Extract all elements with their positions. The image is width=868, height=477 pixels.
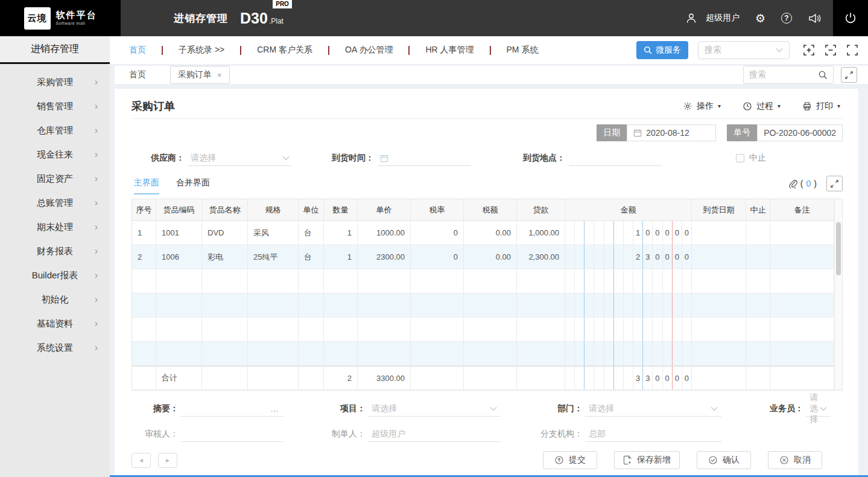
column-header[interactable]: 序号: [132, 199, 156, 221]
cancel-button[interactable]: 取消: [768, 451, 822, 469]
expand-table-icon[interactable]: [826, 176, 843, 191]
branch-label: 分支机构：: [536, 429, 583, 440]
sidebar-item[interactable]: 销售管理›: [0, 94, 110, 118]
nav-separator: [328, 46, 329, 55]
column-header[interactable]: 货品编码: [156, 199, 202, 221]
current-username[interactable]: 超级用户: [706, 13, 740, 24]
column-header[interactable]: 中止: [746, 199, 770, 221]
supplier-select[interactable]: 请选择: [188, 150, 292, 166]
number-label-badge: 单号: [727, 124, 757, 141]
sidebar-item[interactable]: 仓库管理›: [0, 118, 110, 142]
save-new-button[interactable]: 保存新增: [614, 451, 680, 469]
chevron-right-icon: ›: [95, 77, 98, 88]
confirm-button[interactable]: 确认: [697, 451, 751, 469]
title-section: 进销存管理 D30 .Plat PRO 超级用户 ⚙ ?: [121, 0, 833, 36]
nav-item[interactable]: PM 系统: [505, 45, 540, 56]
table-row[interactable]: 21006彩电25纯平台12300.0000.002,300.00230000: [132, 245, 834, 269]
print-dropdown[interactable]: 打印▾: [802, 101, 840, 112]
sidebar-item[interactable]: Builder报表›: [0, 263, 110, 287]
sidebar-item[interactable]: 初始化›: [0, 287, 110, 312]
main-area: 首页 采购订单 × 搜索: [110, 64, 868, 477]
search-icon: [644, 46, 652, 54]
sidebar-item[interactable]: 期末处理›: [0, 215, 110, 239]
file-plus-icon: [623, 455, 632, 465]
next-record-button[interactable]: ▸: [158, 453, 177, 468]
table-scrollbar[interactable]: [834, 199, 842, 390]
logo-subtitle: Software mall: [56, 21, 97, 27]
column-header[interactable]: 货品名称: [202, 199, 248, 221]
tab-main-interface[interactable]: 主界面: [134, 178, 159, 194]
column-header[interactable]: 税额: [464, 199, 517, 221]
nav-item[interactable]: 子系统录 >>: [177, 45, 226, 56]
product-suffix: .Plat: [269, 17, 284, 25]
process-dropdown[interactable]: 过程▾: [743, 101, 781, 112]
sidebar-item[interactable]: 采购管理›: [0, 70, 110, 94]
nav-item[interactable]: HR 人事管理: [424, 45, 475, 56]
expand-window-icon[interactable]: [841, 67, 857, 83]
microservice-button[interactable]: 微服务: [636, 41, 688, 59]
sidebar-item[interactable]: 现金往来›: [0, 142, 110, 167]
user-icon[interactable]: [685, 12, 697, 24]
sidebar-item[interactable]: 财务报表›: [0, 239, 110, 263]
sidebar-header[interactable]: 进销存管理: [0, 36, 110, 64]
sidebar-item[interactable]: 固定资产›: [0, 167, 110, 191]
page-search-input[interactable]: 搜索: [743, 66, 834, 84]
nav-item[interactable]: CRM 客户关系: [256, 45, 314, 56]
zoom-in-bracket-icon[interactable]: [803, 44, 815, 56]
close-icon[interactable]: ×: [217, 71, 222, 80]
logo-section: 云境 软件平台 Software mall: [0, 0, 121, 36]
announcement-speaker-icon[interactable]: [808, 12, 821, 24]
help-icon[interactable]: ?: [781, 13, 792, 24]
table-empty-row[interactable]: [132, 318, 834, 342]
module-search-select[interactable]: 搜索: [698, 41, 790, 59]
column-header[interactable]: 数量: [324, 199, 358, 221]
amount-digit-grid: 100000: [565, 221, 691, 245]
table-empty-row[interactable]: [132, 269, 834, 293]
nav-item[interactable]: OA 办公管理: [344, 45, 394, 56]
arrival-place-field[interactable]: [569, 150, 662, 166]
scrollbar-thumb[interactable]: [836, 222, 841, 275]
department-select[interactable]: 请选择: [585, 401, 721, 417]
summary-field[interactable]: …: [181, 401, 284, 417]
table-header-row: 序号货品编码货品名称规格单位数量单价税率税额贷款金额到货日期中止备注: [132, 199, 834, 221]
sidebar-item[interactable]: 系统设置›: [0, 336, 110, 360]
table-empty-row[interactable]: [132, 342, 834, 366]
amount-digit-grid: [565, 318, 691, 341]
column-header[interactable]: 税率: [411, 199, 464, 221]
arrival-place-label: 到货地点：: [523, 153, 565, 164]
zoom-out-bracket-icon[interactable]: [825, 44, 837, 56]
tab-purchase-order[interactable]: 采购订单 ×: [170, 66, 230, 84]
tab-home[interactable]: 首页: [129, 69, 146, 80]
tab-merge-interface[interactable]: 合并界面: [176, 178, 210, 194]
column-header[interactable]: 到货日期: [692, 199, 746, 221]
nav-item-home[interactable]: 首页: [128, 45, 147, 56]
column-header[interactable]: 规格: [248, 199, 299, 221]
abort-checkbox[interactable]: [736, 154, 744, 162]
chevron-down-icon: [820, 406, 827, 411]
attachment-button[interactable]: (0): [788, 179, 817, 188]
table-empty-row[interactable]: [132, 293, 834, 318]
fullscreen-bracket-icon[interactable]: [846, 44, 858, 56]
ellipsis-icon[interactable]: …: [270, 404, 280, 414]
power-icon[interactable]: [844, 11, 857, 25]
attachment-count: 0: [806, 179, 811, 188]
column-header[interactable]: 单位: [299, 199, 324, 221]
column-header[interactable]: 贷款: [517, 199, 565, 221]
sidebar-item[interactable]: 基础资料›: [0, 312, 110, 336]
auditor-field[interactable]: [181, 426, 284, 442]
prev-record-button[interactable]: ◂: [131, 453, 151, 468]
table-row[interactable]: 11001DVD采风台11000.0000.001,000.00100000: [132, 221, 834, 245]
table-totals-row[interactable]: 合计23300.00330000: [132, 366, 834, 390]
submit-button[interactable]: 提交: [543, 451, 597, 469]
search-icon[interactable]: [818, 70, 828, 80]
date-field[interactable]: 2020-08-12: [627, 124, 716, 141]
salesman-select[interactable]: 请选择: [806, 401, 831, 417]
project-select[interactable]: 请选择: [368, 401, 501, 417]
column-header[interactable]: 金额: [565, 199, 692, 221]
column-header[interactable]: 备注: [770, 199, 834, 221]
action-dropdown[interactable]: 操作▾: [683, 101, 721, 112]
sidebar-item[interactable]: 总账管理›: [0, 191, 110, 215]
arrival-time-field[interactable]: [378, 150, 471, 166]
settings-gear-icon[interactable]: ⚙: [755, 13, 765, 24]
column-header[interactable]: 单价: [358, 199, 411, 221]
